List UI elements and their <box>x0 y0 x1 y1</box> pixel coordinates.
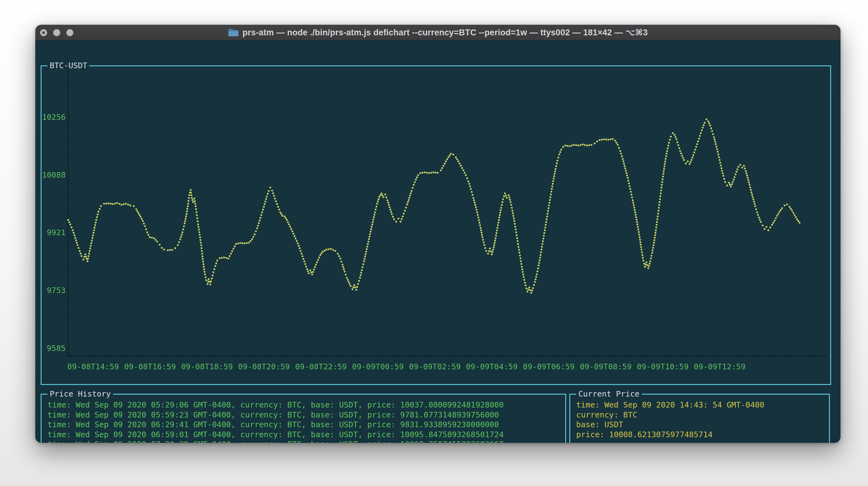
current-price-lines: time: Wed Sep 09 2020 14:43: 54 GMT-0400… <box>576 400 827 439</box>
x-tick-label: 09-08T16:59 <box>124 363 176 371</box>
x-tick-label: 09-08T20:59 <box>238 363 290 371</box>
x-tick-label: 09-09T02:59 <box>409 363 461 371</box>
x-tick-label: 09-08T14:59 <box>67 363 119 371</box>
folder-icon <box>228 28 239 37</box>
price-history-line: time: Wed Sep 09 2020 07:29:29 GMT-0400,… <box>48 439 563 443</box>
terminal-window: prs-atm — node ./bin/prs-atm.js defichar… <box>35 25 840 443</box>
y-tick-label: 9921 <box>42 229 66 237</box>
desktop-background: { "window": { "title": "prs-atm — node .… <box>0 0 868 486</box>
y-tick-label: 10256 <box>42 113 66 121</box>
close-button[interactable] <box>40 29 47 36</box>
x-tick-label: 09-09T00:59 <box>352 363 404 371</box>
y-tick-label: 9753 <box>42 286 66 295</box>
traffic-lights <box>35 25 73 40</box>
terminal-content: BTC-USDT 1025610088992197539585 09-08T14… <box>35 41 840 443</box>
zoom-button[interactable] <box>66 29 73 36</box>
x-tick-label: 09-09T08:59 <box>580 363 632 371</box>
price-history-title: Price History <box>48 389 113 399</box>
window-titlebar[interactable]: prs-atm — node ./bin/prs-atm.js defichar… <box>35 25 840 40</box>
chart-panel: BTC-USDT 1025610088992197539585 09-08T14… <box>41 65 831 385</box>
price-history-line: time: Wed Sep 09 2020 06:29:41 GMT-0400,… <box>48 420 563 430</box>
window-title-group: prs-atm — node ./bin/prs-atm.js defichar… <box>228 28 648 37</box>
price-history-line: time: Wed Sep 09 2020 05:29:06 GMT-0400,… <box>48 400 563 410</box>
minimize-button[interactable] <box>53 29 60 36</box>
y-tick-label: 10088 <box>42 171 66 179</box>
price-history-line: time: Wed Sep 09 2020 05:59:23 GMT-0400,… <box>48 410 563 420</box>
current-price-line: time: Wed Sep 09 2020 14:43: 54 GMT-0400 <box>576 400 827 410</box>
current-price-line: currency: BTC <box>576 410 827 420</box>
x-tick-label: 09-09T04:59 <box>466 363 518 371</box>
chart-canvas <box>41 66 830 384</box>
price-history-line: time: Wed Sep 09 2020 06:59:01 GMT-0400,… <box>48 430 563 440</box>
x-tick-label: 09-09T06:59 <box>523 363 575 371</box>
x-tick-label: 09-08T18:59 <box>181 363 233 371</box>
x-tick-label: 09-09T12:59 <box>694 363 746 371</box>
current-price-line: base: USDT <box>576 420 827 430</box>
current-price-line: price: 10008.6213075977485714 <box>576 430 827 440</box>
y-tick-label: 9585 <box>42 344 66 352</box>
price-history-lines: time: Wed Sep 09 2020 05:29:06 GMT-0400,… <box>48 400 563 443</box>
x-tick-label: 09-09T10:59 <box>637 363 689 371</box>
current-price-panel: Current Price time: Wed Sep 09 2020 14:4… <box>569 394 830 443</box>
window-title: prs-atm — node ./bin/prs-atm.js defichar… <box>243 28 648 37</box>
price-history-panel: Price History time: Wed Sep 09 2020 05:2… <box>41 394 566 443</box>
x-tick-label: 09-08T22:59 <box>295 363 347 371</box>
current-price-title: Current Price <box>576 389 642 399</box>
